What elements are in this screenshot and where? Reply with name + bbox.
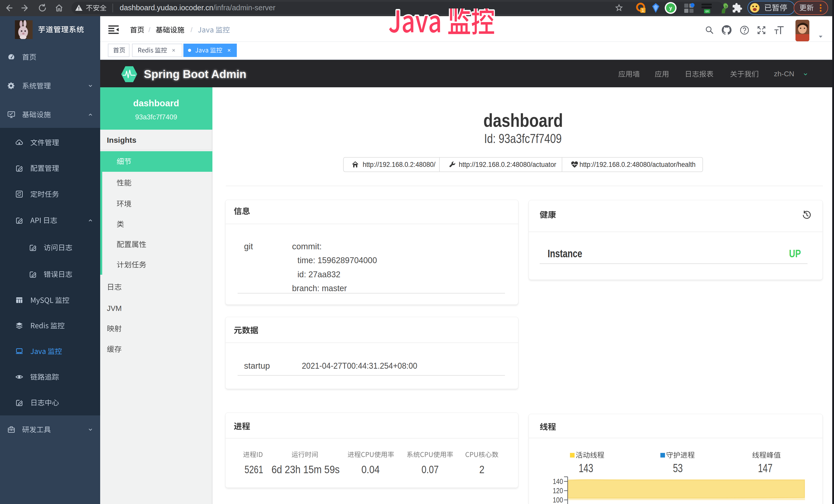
svg-text:1: 1 <box>642 8 644 13</box>
svg-text:y: y <box>669 5 672 11</box>
svg-text:on: on <box>705 9 709 13</box>
